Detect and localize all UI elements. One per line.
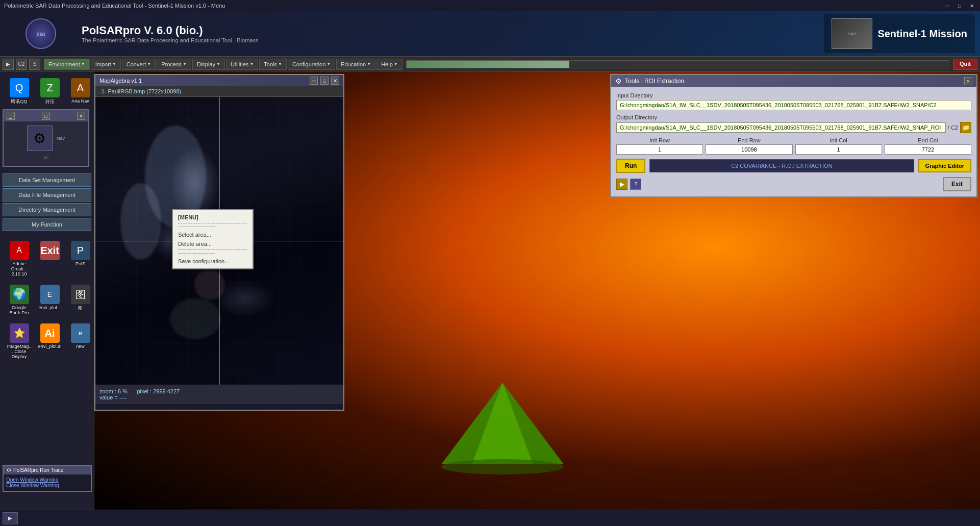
icon-btn-left[interactable]: ▶ <box>616 179 627 190</box>
adobe-icon[interactable]: A Adobe Creati... 2.10.10 <box>5 239 33 278</box>
map-algebra-maximize[interactable]: □ <box>320 77 329 85</box>
exit-btn-icon[interactable]: Exit <box>36 239 64 278</box>
roi-title-text: Tools : ROI Extraction <box>625 78 684 85</box>
menu-help[interactable]: Help <box>376 59 403 70</box>
icons-row3: A Adobe Creati... 2.10.10 Exit P PolS <box>3 237 91 281</box>
noise-4 <box>170 298 221 339</box>
esa-logo: esa <box>5 16 77 52</box>
hooya-icon[interactable]: Z 好压 <box>36 77 64 107</box>
imagemag-icon[interactable]: ⭐ ImageMag... Close Display <box>5 322 33 361</box>
output-dir-field[interactable] <box>616 122 946 133</box>
pols-icon[interactable]: P PolS <box>66 239 94 278</box>
quit-button[interactable]: Quit <box>953 59 977 70</box>
qq-icon-img: Q <box>10 78 29 97</box>
play-icon-btn[interactable]: ▶ <box>3 59 14 70</box>
menu-process[interactable]: Process <box>157 59 191 70</box>
nav-label: Ac <box>8 155 84 160</box>
close-btn[interactable]: ✕ <box>968 2 976 10</box>
menu-bar: ▶ C2 S Environment Import Convert Proces… <box>0 57 980 71</box>
extraction-label: C2 COVARIANCE - R.O.I EXTRACTION <box>649 159 914 172</box>
output-dir-group: Output Directory / C2 📁 <box>616 114 971 133</box>
image-icon[interactable]: 图 图 <box>66 283 94 317</box>
run-button[interactable]: Run <box>616 159 645 173</box>
sar-image-area[interactable]: [MENU] ---------------------- Select are… <box>95 97 343 385</box>
data-file-management-btn[interactable]: Data File Management <box>3 188 91 202</box>
svg-point-2 <box>441 459 564 474</box>
imagemag-label: ImageMag... Close Display <box>7 344 32 359</box>
init-col-input[interactable] <box>795 144 882 155</box>
minimize-btn[interactable]: ─ <box>943 2 951 10</box>
new-icon[interactable]: e new <box>66 322 94 361</box>
panel-icons: ⚙ Nav <box>8 126 84 151</box>
status-value: value = ---- <box>99 394 339 400</box>
menu-icons: ▶ C2 S <box>3 59 40 70</box>
menu-education[interactable]: Education <box>336 59 375 70</box>
menu-environment[interactable]: Environment <box>44 59 90 70</box>
small-panel-minimize[interactable]: _ <box>7 112 15 120</box>
close-window-warning-link[interactable]: Close Window Warning <box>6 483 88 488</box>
menu-configuration[interactable]: Configuration <box>288 59 335 70</box>
map-algebra-minimize[interactable]: ─ <box>310 77 318 85</box>
ai-icon[interactable]: Ai envi_plot.ai <box>36 322 64 361</box>
menu-import[interactable]: Import <box>91 59 121 70</box>
output-dir-row: / C2 📁 <box>616 122 971 133</box>
graphic-editor-button[interactable]: Graphic Editor <box>918 159 971 172</box>
c2-btn[interactable]: C2 <box>16 59 27 70</box>
bottom-row: ▶ ? Exit <box>616 177 971 191</box>
save-config-item[interactable]: Save configuration... <box>173 257 253 266</box>
earth-label: Google Earth Pro <box>7 305 32 315</box>
s-btn[interactable]: S <box>29 59 40 70</box>
envi-icon-img: E <box>40 285 60 304</box>
delete-area-item[interactable]: Delete area... <box>173 239 253 248</box>
row-col-grid: Init Row End Row Init Col End Col <box>616 137 971 155</box>
menu-display[interactable]: Display <box>192 59 225 70</box>
menu-convert[interactable]: Convert <box>122 59 156 70</box>
context-menu-header: [MENU] <box>173 213 253 222</box>
envi-plot-icon[interactable]: E envi_plot... <box>36 283 64 317</box>
small-panel-titlebar: _ □ × <box>4 110 88 121</box>
end-row-item: End Row <box>706 137 792 155</box>
ai-icon-img: Ai <box>40 323 60 343</box>
map-algebra-controls: ─ □ ✕ <box>310 77 339 85</box>
ana-nav-icon[interactable]: A Ana Nav <box>66 77 94 107</box>
menu-utilities[interactable]: Utilities <box>226 59 258 70</box>
small-panel-maximize[interactable]: □ <box>42 112 50 120</box>
end-col-input[interactable] <box>885 144 971 155</box>
google-earth-icon[interactable]: 🌍 Google Earth Pro <box>5 283 33 317</box>
my-function-btn[interactable]: My Function <box>3 218 91 231</box>
bottom-left: ▶ ? <box>616 179 641 190</box>
map-algebra-titlebar: MapAlgebra v1.1 ─ □ ✕ <box>95 75 343 86</box>
roi-title-left: ⚙ Tools : ROI Extraction <box>615 77 684 85</box>
menu-tools[interactable]: Tools <box>259 59 287 70</box>
icons-row4: 🌍 Google Earth Pro E envi_plot... 图 图 <box>3 281 91 319</box>
end-row-input[interactable] <box>706 144 792 155</box>
open-window-warning-link[interactable]: Open Window Warning <box>6 477 88 483</box>
init-col-label: Init Col <box>795 137 882 143</box>
browse-btn[interactable]: 📁 <box>960 122 971 133</box>
input-dir-group: Input Directory <box>616 92 971 110</box>
init-row-input[interactable] <box>616 144 703 155</box>
run-trace-title: PolSARpro Run Trace <box>13 467 63 473</box>
envi-label: envi_plot... <box>39 305 61 310</box>
noise-2 <box>120 183 161 260</box>
header: esa PolSARpro V. 6.0 (bio.) The Polarime… <box>0 11 980 57</box>
small-panel-close[interactable]: × <box>77 112 85 120</box>
init-row-label: Init Row <box>616 137 703 143</box>
exit-button[interactable]: Exit <box>943 177 971 191</box>
directory-management-btn[interactable]: Directory Management <box>3 203 91 216</box>
output-suffix: / C2 <box>948 124 958 131</box>
data-set-management-btn[interactable]: Data Set Management <box>3 173 91 187</box>
earth-icon-img: 🌍 <box>10 285 29 304</box>
imagemag-icon-img: ⭐ <box>10 323 29 343</box>
maximize-btn[interactable]: □ <box>956 2 964 10</box>
select-area-item[interactable]: Select area... <box>173 230 253 239</box>
satellite-image: SAR <box>832 18 872 49</box>
taskbar-start[interactable]: ▶ <box>3 512 18 524</box>
tencent-qq-icon[interactable]: Q 腾讯QQ <box>5 77 33 107</box>
roi-body: Input Directory Output Directory / C2 📁 … <box>611 87 976 196</box>
input-dir-field[interactable] <box>616 100 971 110</box>
map-algebra-close[interactable]: ✕ <box>331 77 339 85</box>
adobe-icon-img: A <box>10 241 29 260</box>
roi-close-btn[interactable]: × <box>964 77 972 85</box>
help-btn[interactable]: ? <box>630 179 641 190</box>
